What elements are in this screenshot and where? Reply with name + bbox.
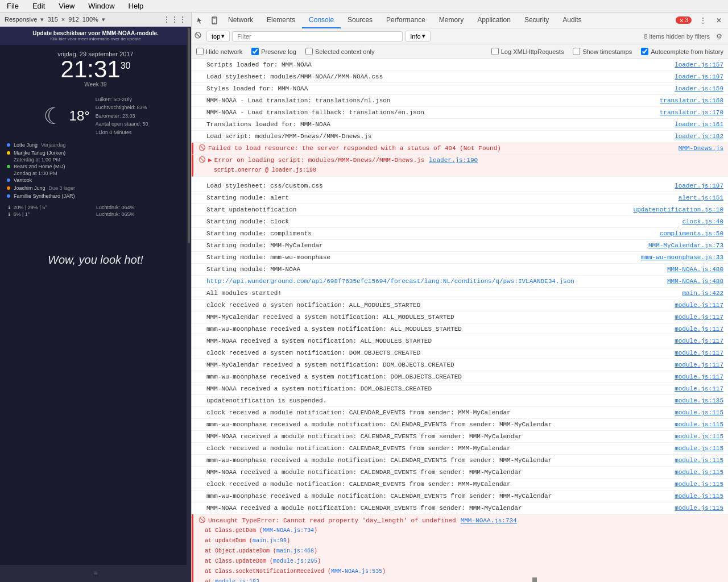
tab-network[interactable]: Network — [221, 13, 260, 28]
hide-network-checkbox[interactable] — [196, 48, 204, 55]
stack-link[interactable]: main.js:468 — [276, 548, 314, 554]
log-source[interactable]: loader.js:197 — [675, 181, 723, 191]
stack-link[interactable]: module.js:183 — [215, 579, 259, 582]
log-source[interactable]: mmm-wu-moonphase.js:33 — [641, 252, 723, 263]
log-source[interactable]: MMM-MyCalendar.js:73 — [648, 240, 723, 251]
log-source[interactable]: module.js:117 — [675, 312, 723, 322]
calendar-item-5: Joachim Jung Due 3 lager — [7, 184, 184, 192]
hamburger-icon[interactable]: ≡ — [93, 569, 97, 577]
resize-handle[interactable] — [532, 577, 537, 582]
toolbar-more-icon[interactable]: ⋮⋮⋮ — [163, 15, 187, 24]
weather-details: Luiken: 5D-2Dly Luchtvochtigheid: 83% Ba… — [96, 95, 148, 136]
menu-window[interactable]: Window — [86, 1, 117, 11]
log-source[interactable]: translator.js:168 — [660, 95, 723, 106]
log-source[interactable]: module.js:115 — [675, 467, 723, 477]
menu-edit[interactable]: Edit — [30, 1, 47, 11]
log-source[interactable]: module.js:117 — [675, 384, 723, 394]
tab-console[interactable]: Console — [302, 13, 341, 28]
tab-application[interactable]: Application — [470, 13, 518, 28]
device-toolbar-button[interactable] — [208, 14, 221, 27]
log-entry: Translations loaded for: MMM-NOAAloader.… — [192, 119, 728, 131]
log-source[interactable]: loader.js:182 — [675, 131, 723, 142]
log-source[interactable]: module.js:115 — [675, 491, 723, 501]
tab-memory[interactable]: Memory — [432, 13, 470, 28]
menu-view[interactable]: View — [56, 1, 77, 11]
log-source[interactable]: compliments.js:50 — [660, 228, 723, 239]
log-source[interactable]: module.js:135 — [675, 396, 723, 406]
autocomplete-option[interactable]: Autocomplete from history — [641, 48, 723, 55]
temperature: 18° — [69, 108, 90, 124]
log-source[interactable]: module.js:115 — [675, 443, 723, 454]
console-settings-button[interactable]: ⚙ — [712, 30, 726, 43]
menu-file[interactable]: File — [5, 1, 21, 11]
log-source[interactable]: alert.js:151 — [679, 193, 723, 203]
zoom-chevron-icon[interactable]: ▾ — [102, 16, 105, 23]
log-source[interactable]: module.js:117 — [675, 372, 723, 382]
console-log-area[interactable]: Scripts loaded for: MMM-NOAAloader.js:15… — [192, 59, 728, 582]
devtools-settings-button[interactable]: ✕ — [712, 14, 726, 27]
console-info-selector[interactable]: Info ▾ — [405, 31, 430, 41]
log-source[interactable]: module.js:117 — [675, 336, 723, 346]
log-source[interactable]: MMM-NOAA.js:480 — [667, 264, 723, 275]
log-source[interactable]: translator.js:170 — [660, 107, 723, 118]
log-source[interactable]: loader.js:197 — [675, 72, 723, 82]
console-filter-input[interactable] — [232, 31, 403, 41]
devtools-more-button[interactable]: ⋮ — [696, 14, 710, 27]
tab-elements[interactable]: Elements — [260, 13, 302, 28]
error-expand-icon: 🚫 — [198, 155, 206, 165]
log-xmlhttp-checkbox[interactable] — [491, 48, 499, 55]
show-timestamps-option[interactable]: Show timestamps — [573, 48, 632, 55]
stack-link[interactable]: MMM-NOAA.js:734 — [263, 527, 314, 534]
preview-scrollbar[interactable] — [187, 27, 191, 565]
log-source[interactable]: module.js:115 — [675, 419, 723, 430]
tab-sources[interactable]: Sources — [341, 13, 379, 28]
bottom-icon-bar: ≡ — [0, 565, 191, 582]
selected-context-option[interactable]: Selected context only — [305, 48, 375, 55]
stats-section: 🌡 20% | 29% | 5° Luchtdruk: 064% 🌡 6% | … — [0, 202, 191, 219]
log-source[interactable]: module.js:115 — [675, 431, 723, 442]
log-source[interactable]: loader.js:159 — [675, 84, 723, 94]
log-source[interactable]: module.js:117 — [675, 300, 723, 310]
log-entry: mmm-wu-moonphase received a system notif… — [192, 371, 728, 383]
log-source[interactable]: MMM-NOAA.js:734 — [461, 516, 517, 526]
log-source[interactable]: module.js:115 — [675, 479, 723, 489]
log-text: All modules started! — [206, 288, 677, 298]
log-source[interactable]: main.js:422 — [682, 288, 723, 298]
browser-controls: Responsive ▾ 315 × 912 100% ▾ — [5, 16, 105, 23]
log-source[interactable]: loader.js:161 — [675, 119, 723, 130]
tab-security[interactable]: Security — [518, 13, 556, 28]
browser-toolbar: Responsive ▾ 315 × 912 100% ▾ ⋮⋮⋮ — [0, 13, 191, 27]
stack-link[interactable]: module.js:295 — [273, 558, 317, 564]
log-source[interactable]: module.js:115 — [675, 408, 723, 418]
log-source[interactable]: loader.js:190 — [429, 155, 478, 165]
log-link[interactable]: http://api.wunderground.com/api/698f7635… — [206, 276, 663, 286]
log-source[interactable]: module.js:117 — [675, 348, 723, 358]
autocomplete-checkbox[interactable] — [641, 48, 648, 55]
log-source[interactable]: module.js:115 — [675, 503, 723, 513]
clear-console-button[interactable] — [194, 31, 204, 41]
console-context-selector[interactable]: top ▾ — [206, 31, 230, 41]
inspect-element-button[interactable] — [194, 14, 208, 27]
log-source[interactable]: MMM-Dnews.js — [679, 143, 723, 153]
log-entry: mmm-wu-moonphase received a module notif… — [192, 419, 728, 431]
log-source[interactable]: clock.js:40 — [682, 217, 723, 227]
tab-performance[interactable]: Performance — [379, 13, 432, 28]
selected-context-checkbox[interactable] — [305, 48, 313, 55]
stack-link[interactable]: main.js:99 — [253, 538, 287, 544]
log-xmlhttp-option[interactable]: Log XMLHttpRequests — [491, 48, 564, 55]
menu-help[interactable]: Help — [126, 1, 146, 11]
log-source[interactable]: module.js:117 — [675, 360, 723, 370]
preserve-log-option[interactable]: Preserve log — [251, 48, 296, 55]
show-timestamps-checkbox[interactable] — [573, 48, 580, 55]
log-source[interactable]: MMM-NOAA.js:488 — [667, 276, 723, 286]
log-source[interactable]: updatenotification.js:10 — [634, 205, 723, 215]
chevron-down-icon[interactable]: ▾ — [40, 16, 44, 23]
log-source[interactable]: loader.js:157 — [675, 60, 723, 70]
log-text: MMM-NOAA - Load translation: translation… — [206, 95, 655, 106]
stack-link[interactable]: MMM-NOAA.js:535 — [331, 568, 382, 575]
hide-network-option[interactable]: Hide network — [196, 48, 242, 55]
preserve-log-checkbox[interactable] — [251, 48, 259, 55]
tab-audits[interactable]: Audits — [556, 13, 588, 28]
log-source[interactable]: module.js:115 — [675, 455, 723, 465]
log-source[interactable]: module.js:117 — [675, 324, 723, 334]
